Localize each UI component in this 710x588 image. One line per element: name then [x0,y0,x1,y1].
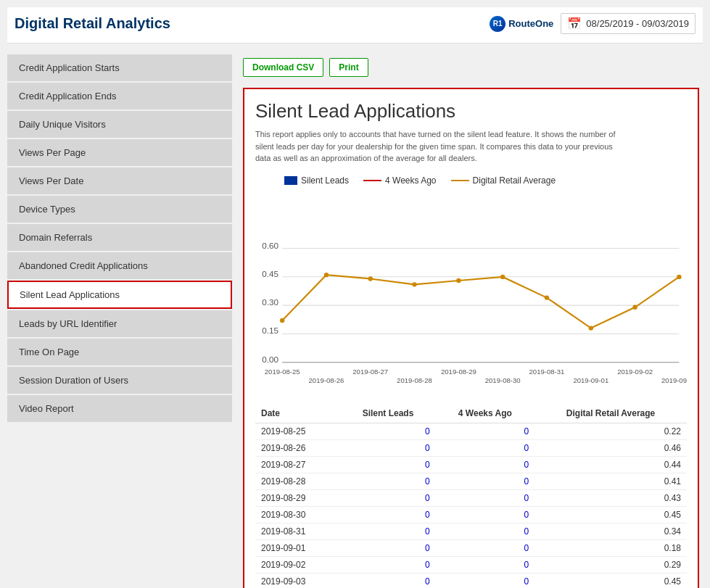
col-header-silent-leads: Silent Leads [340,404,435,423]
cell-silent-leads: 0 [340,439,435,456]
main-content: Download CSV Print Silent Lead Applicati… [239,51,703,588]
svg-text:2019-09-03: 2019-09-03 [661,376,687,384]
cell-silent-leads: 0 [340,556,435,573]
table-row: 2019-08-26 0 0 0.46 [255,439,687,456]
cell-date: 2019-08-26 [255,439,340,456]
report-description: This report applies only to accounts tha… [255,128,618,165]
table-row: 2019-09-03 0 0 0.45 [255,573,687,588]
svg-text:2019-08-25: 2019-08-25 [265,367,300,375]
sidebar-item-3[interactable]: Views Per Page [7,139,232,166]
sidebar: Credit Application StartsCredit Applicat… [7,51,232,588]
cell-silent-leads: 0 [340,456,435,473]
cell-4weeks: 0 [436,473,534,489]
cell-dra: 0.18 [534,539,687,556]
table-row: 2019-08-27 0 0 0.44 [255,456,687,473]
svg-text:0.15: 0.15 [262,326,278,335]
chart-legend: Silent Leads 4 Weeks Ago Digital Retail … [255,175,687,186]
cell-silent-leads: 0 [340,423,435,439]
svg-point-12 [324,272,329,276]
sidebar-item-10[interactable]: Time On Page [7,339,232,365]
cell-dra: 0.43 [534,489,687,506]
legend-silent-leads-label: Silent Leads [301,175,349,186]
header-right: R1 RouteOne 📅 08/25/2019 - 09/03/2019 [490,13,695,34]
logo-icon: R1 [490,16,505,32]
chart-area: Silent Leads 4 Weeks Ago Digital Retail … [255,175,687,393]
print-button[interactable]: Print [329,58,368,77]
cell-4weeks: 0 [436,423,534,439]
cell-4weeks: 0 [436,456,534,473]
legend-dra: Digital Retail Average [451,175,556,186]
sidebar-item-12[interactable]: Video Report [7,395,232,422]
legend-4weeks: 4 Weeks Ago [363,175,437,186]
sidebar-item-1[interactable]: Credit Application Ends [7,83,232,109]
cell-date: 2019-09-02 [255,556,340,573]
sidebar-item-2[interactable]: Daily Unique Visitors [7,111,232,138]
table-row: 2019-08-28 0 0 0.41 [255,473,687,489]
date-range-box[interactable]: 📅 08/25/2019 - 09/03/2019 [561,13,695,34]
svg-point-14 [412,282,416,286]
sidebar-item-6[interactable]: Domain Referrals [7,224,232,251]
svg-text:2019-08-29: 2019-08-29 [441,367,476,375]
table-row: 2019-09-02 0 0 0.29 [255,556,687,573]
cell-dra: 0.29 [534,556,687,573]
cell-date: 2019-08-30 [255,506,340,523]
calendar-icon: 📅 [567,17,582,30]
legend-dra-label: Digital Retail Average [473,175,556,186]
cell-silent-leads: 0 [340,523,435,539]
col-header-4weeks: 4 Weeks Ago [436,404,534,423]
svg-text:0.45: 0.45 [262,268,278,278]
routeone-logo: R1 RouteOne [490,16,553,32]
cell-date: 2019-08-29 [255,489,340,506]
svg-point-15 [456,278,461,282]
cell-silent-leads: 0 [340,506,435,523]
sidebar-item-4[interactable]: Views Per Date [7,167,232,194]
cell-date: 2019-09-03 [255,573,340,588]
cell-4weeks: 0 [436,539,534,556]
sidebar-item-11[interactable]: Session Duration of Users [7,367,232,394]
cell-date: 2019-08-27 [255,456,340,473]
report-title: Silent Lead Applications [255,100,687,123]
cell-4weeks: 0 [436,573,534,588]
table-row: 2019-08-29 0 0 0.43 [255,489,687,506]
cell-silent-leads: 0 [340,489,435,506]
cell-silent-leads: 0 [340,573,435,588]
chart-svg: 0.00 0.15 0.30 0.45 0.60 [255,193,687,393]
report-panel: Silent Lead Applications This report app… [243,88,699,588]
cell-silent-leads: 0 [340,539,435,556]
sidebar-item-5[interactable]: Device Types [7,196,232,223]
date-range-text: 08/25/2019 - 09/03/2019 [586,18,689,29]
legend-4weeks-label: 4 Weeks Ago [385,175,437,186]
cell-silent-leads: 0 [340,473,435,489]
legend-silent-leads-icon [284,176,297,185]
header: Digital Retail Analytics R1 RouteOne 📅 0… [7,7,703,44]
cell-date: 2019-09-01 [255,539,340,556]
svg-text:0.00: 0.00 [262,354,278,363]
sidebar-item-9[interactable]: Leads by URL Identifier [7,310,232,337]
svg-text:2019-09-01: 2019-09-01 [573,376,608,384]
svg-point-19 [632,305,637,309]
cell-date: 2019-08-25 [255,423,340,439]
content-area: Credit Application StartsCredit Applicat… [7,51,703,588]
cell-dra: 0.44 [534,456,687,473]
download-csv-button[interactable]: Download CSV [243,58,323,77]
svg-text:2019-08-30: 2019-08-30 [485,376,521,384]
cell-date: 2019-08-31 [255,523,340,539]
cell-4weeks: 0 [436,506,534,523]
table-row: 2019-08-25 0 0 0.22 [255,423,687,439]
col-header-dra: Digital Retail Average [534,404,687,423]
svg-text:2019-08-28: 2019-08-28 [397,376,432,384]
cell-4weeks: 0 [436,556,534,573]
cell-4weeks: 0 [436,439,534,456]
svg-text:2019-08-26: 2019-08-26 [309,376,344,384]
cell-dra: 0.41 [534,473,687,489]
table-row: 2019-09-01 0 0 0.18 [255,539,687,556]
legend-dra-icon [451,180,469,181]
svg-point-11 [280,318,284,322]
svg-point-16 [500,274,505,278]
svg-text:2019-08-27: 2019-08-27 [352,367,388,375]
svg-point-17 [545,295,549,299]
svg-point-13 [368,276,373,281]
sidebar-item-8[interactable]: Silent Lead Applications [7,281,232,309]
sidebar-item-0[interactable]: Credit Application Starts [7,54,232,81]
sidebar-item-7[interactable]: Abandoned Credit Applications [7,252,232,279]
